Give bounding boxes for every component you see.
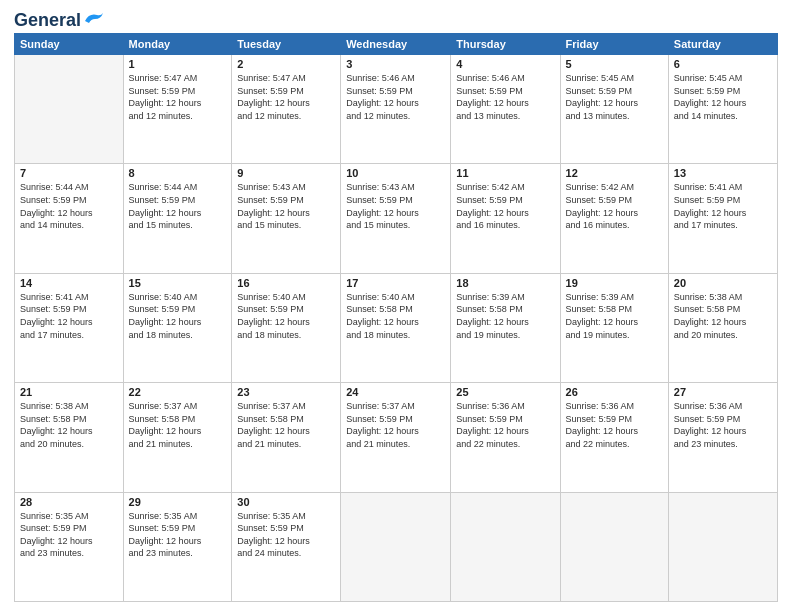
calendar-cell [560,492,668,601]
day-info: Sunrise: 5:37 AMSunset: 5:58 PMDaylight:… [129,400,227,450]
day-info: Sunrise: 5:41 AMSunset: 5:59 PMDaylight:… [674,181,772,231]
day-info: Sunrise: 5:44 AMSunset: 5:59 PMDaylight:… [20,181,118,231]
calendar-table: SundayMondayTuesdayWednesdayThursdayFrid… [14,33,778,602]
day-number: 8 [129,167,227,179]
day-number: 17 [346,277,445,289]
day-info: Sunrise: 5:39 AMSunset: 5:58 PMDaylight:… [456,291,554,341]
calendar-cell: 28 Sunrise: 5:35 AMSunset: 5:59 PMDaylig… [15,492,124,601]
day-info: Sunrise: 5:43 AMSunset: 5:59 PMDaylight:… [346,181,445,231]
calendar-week-row: 14 Sunrise: 5:41 AMSunset: 5:59 PMDaylig… [15,273,778,382]
logo: General [14,10,105,27]
day-info: Sunrise: 5:40 AMSunset: 5:59 PMDaylight:… [129,291,227,341]
calendar-week-row: 1 Sunrise: 5:47 AMSunset: 5:59 PMDayligh… [15,55,778,164]
day-of-week-header: Wednesday [341,34,451,55]
calendar-cell [668,492,777,601]
calendar-cell: 16 Sunrise: 5:40 AMSunset: 5:59 PMDaylig… [232,273,341,382]
day-number: 10 [346,167,445,179]
day-of-week-header: Friday [560,34,668,55]
day-number: 1 [129,58,227,70]
day-number: 6 [674,58,772,70]
day-info: Sunrise: 5:38 AMSunset: 5:58 PMDaylight:… [20,400,118,450]
day-info: Sunrise: 5:45 AMSunset: 5:59 PMDaylight:… [566,72,663,122]
calendar-cell: 5 Sunrise: 5:45 AMSunset: 5:59 PMDayligh… [560,55,668,164]
calendar-cell: 20 Sunrise: 5:38 AMSunset: 5:58 PMDaylig… [668,273,777,382]
day-info: Sunrise: 5:37 AMSunset: 5:59 PMDaylight:… [346,400,445,450]
day-of-week-header: Monday [123,34,232,55]
day-info: Sunrise: 5:47 AMSunset: 5:59 PMDaylight:… [129,72,227,122]
calendar-cell: 27 Sunrise: 5:36 AMSunset: 5:59 PMDaylig… [668,383,777,492]
calendar-cell: 6 Sunrise: 5:45 AMSunset: 5:59 PMDayligh… [668,55,777,164]
day-info: Sunrise: 5:42 AMSunset: 5:59 PMDaylight:… [566,181,663,231]
day-number: 9 [237,167,335,179]
day-number: 25 [456,386,554,398]
day-number: 26 [566,386,663,398]
calendar-cell [451,492,560,601]
calendar-cell: 29 Sunrise: 5:35 AMSunset: 5:59 PMDaylig… [123,492,232,601]
day-number: 21 [20,386,118,398]
day-of-week-header: Saturday [668,34,777,55]
day-number: 27 [674,386,772,398]
day-number: 29 [129,496,227,508]
day-number: 23 [237,386,335,398]
calendar-week-row: 21 Sunrise: 5:38 AMSunset: 5:58 PMDaylig… [15,383,778,492]
day-number: 19 [566,277,663,289]
day-info: Sunrise: 5:41 AMSunset: 5:59 PMDaylight:… [20,291,118,341]
calendar-week-row: 28 Sunrise: 5:35 AMSunset: 5:59 PMDaylig… [15,492,778,601]
day-info: Sunrise: 5:47 AMSunset: 5:59 PMDaylight:… [237,72,335,122]
calendar-cell: 3 Sunrise: 5:46 AMSunset: 5:59 PMDayligh… [341,55,451,164]
calendar-cell: 7 Sunrise: 5:44 AMSunset: 5:59 PMDayligh… [15,164,124,273]
day-number: 15 [129,277,227,289]
calendar-cell: 30 Sunrise: 5:35 AMSunset: 5:59 PMDaylig… [232,492,341,601]
day-number: 7 [20,167,118,179]
day-number: 30 [237,496,335,508]
calendar-cell: 4 Sunrise: 5:46 AMSunset: 5:59 PMDayligh… [451,55,560,164]
calendar-cell: 2 Sunrise: 5:47 AMSunset: 5:59 PMDayligh… [232,55,341,164]
day-number: 12 [566,167,663,179]
day-number: 20 [674,277,772,289]
calendar-cell: 1 Sunrise: 5:47 AMSunset: 5:59 PMDayligh… [123,55,232,164]
day-info: Sunrise: 5:38 AMSunset: 5:58 PMDaylight:… [674,291,772,341]
day-number: 28 [20,496,118,508]
day-of-week-header: Tuesday [232,34,341,55]
day-info: Sunrise: 5:36 AMSunset: 5:59 PMDaylight:… [566,400,663,450]
calendar-cell: 18 Sunrise: 5:39 AMSunset: 5:58 PMDaylig… [451,273,560,382]
calendar-cell: 8 Sunrise: 5:44 AMSunset: 5:59 PMDayligh… [123,164,232,273]
day-info: Sunrise: 5:46 AMSunset: 5:59 PMDaylight:… [346,72,445,122]
day-number: 22 [129,386,227,398]
logo-general: General [14,10,81,31]
calendar-cell [341,492,451,601]
calendar-cell: 12 Sunrise: 5:42 AMSunset: 5:59 PMDaylig… [560,164,668,273]
calendar-cell: 24 Sunrise: 5:37 AMSunset: 5:59 PMDaylig… [341,383,451,492]
page: General SundayMondayTuesdayWednesdayThur… [0,0,792,612]
calendar-cell: 23 Sunrise: 5:37 AMSunset: 5:58 PMDaylig… [232,383,341,492]
calendar-cell: 11 Sunrise: 5:42 AMSunset: 5:59 PMDaylig… [451,164,560,273]
calendar-week-row: 7 Sunrise: 5:44 AMSunset: 5:59 PMDayligh… [15,164,778,273]
calendar-cell: 17 Sunrise: 5:40 AMSunset: 5:58 PMDaylig… [341,273,451,382]
calendar-header-row: SundayMondayTuesdayWednesdayThursdayFrid… [15,34,778,55]
day-info: Sunrise: 5:46 AMSunset: 5:59 PMDaylight:… [456,72,554,122]
calendar-cell: 26 Sunrise: 5:36 AMSunset: 5:59 PMDaylig… [560,383,668,492]
day-info: Sunrise: 5:40 AMSunset: 5:59 PMDaylight:… [237,291,335,341]
day-info: Sunrise: 5:43 AMSunset: 5:59 PMDaylight:… [237,181,335,231]
day-number: 14 [20,277,118,289]
day-of-week-header: Sunday [15,34,124,55]
day-number: 13 [674,167,772,179]
day-info: Sunrise: 5:35 AMSunset: 5:59 PMDaylight:… [129,510,227,560]
calendar-cell: 14 Sunrise: 5:41 AMSunset: 5:59 PMDaylig… [15,273,124,382]
calendar-cell [15,55,124,164]
day-number: 11 [456,167,554,179]
day-of-week-header: Thursday [451,34,560,55]
calendar-cell: 15 Sunrise: 5:40 AMSunset: 5:59 PMDaylig… [123,273,232,382]
calendar-cell: 25 Sunrise: 5:36 AMSunset: 5:59 PMDaylig… [451,383,560,492]
calendar-cell: 10 Sunrise: 5:43 AMSunset: 5:59 PMDaylig… [341,164,451,273]
logo-bird-icon [83,11,105,29]
day-info: Sunrise: 5:39 AMSunset: 5:58 PMDaylight:… [566,291,663,341]
day-info: Sunrise: 5:45 AMSunset: 5:59 PMDaylight:… [674,72,772,122]
day-number: 2 [237,58,335,70]
calendar-cell: 9 Sunrise: 5:43 AMSunset: 5:59 PMDayligh… [232,164,341,273]
day-number: 18 [456,277,554,289]
header: General [14,10,778,27]
day-info: Sunrise: 5:36 AMSunset: 5:59 PMDaylight:… [674,400,772,450]
day-info: Sunrise: 5:40 AMSunset: 5:58 PMDaylight:… [346,291,445,341]
calendar-cell: 22 Sunrise: 5:37 AMSunset: 5:58 PMDaylig… [123,383,232,492]
